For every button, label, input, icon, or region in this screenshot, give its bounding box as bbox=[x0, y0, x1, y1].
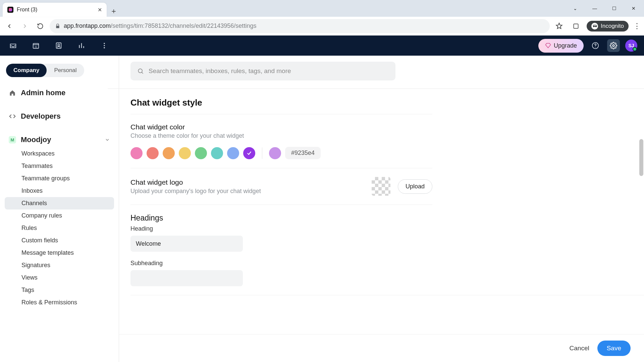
sidebar-item-views[interactable]: Views bbox=[5, 272, 114, 284]
save-button[interactable]: Save bbox=[597, 341, 631, 356]
new-tab-button[interactable]: ＋ bbox=[108, 5, 119, 17]
sidebar-item-message-templates[interactable]: Message templates bbox=[5, 247, 114, 259]
svg-point-11 bbox=[138, 69, 142, 73]
more-icon[interactable] bbox=[98, 39, 111, 52]
logo-preview bbox=[372, 177, 390, 196]
nav-developers[interactable]: Developers bbox=[5, 109, 114, 124]
search-placeholder: Search teammates, inboxes, rules, tags, … bbox=[149, 67, 291, 75]
window-minimize-icon[interactable]: ― bbox=[590, 6, 600, 11]
tabs-dropdown-icon[interactable]: ⌄ bbox=[570, 6, 580, 11]
svg-rect-0 bbox=[574, 24, 578, 28]
url-text: app.frontapp.com/settings/tim:7858132/ch… bbox=[64, 22, 256, 29]
color-subtitle: Choose a theme color for your chat widge… bbox=[130, 132, 432, 139]
sidebar-item-custom-fields[interactable]: Custom fields bbox=[5, 234, 114, 247]
content-scroll[interactable]: Chat widget style Chat widget color Choo… bbox=[119, 89, 644, 362]
extensions-icon[interactable] bbox=[570, 20, 582, 32]
diamond-icon bbox=[545, 43, 551, 49]
logo-subtitle: Upload your company's logo for your chat… bbox=[130, 188, 372, 195]
nav-back-button[interactable] bbox=[3, 20, 15, 32]
search-input[interactable]: Search teammates, inboxes, rules, tags, … bbox=[130, 62, 395, 80]
sidebar-item-inboxes[interactable]: Inboxes bbox=[5, 185, 114, 197]
nav-forward-button[interactable] bbox=[19, 20, 31, 32]
sidebar-item-teammates[interactable]: Teammates bbox=[5, 160, 114, 172]
upgrade-button[interactable]: Upgrade bbox=[538, 39, 584, 53]
window-close-icon[interactable]: ✕ bbox=[629, 6, 639, 11]
hex-input[interactable]: #9235e4 bbox=[285, 147, 321, 159]
color-title: Chat widget color bbox=[130, 123, 432, 131]
subheading-label: Subheading bbox=[130, 260, 432, 267]
scrollbar-thumb[interactable] bbox=[639, 139, 643, 176]
avatar[interactable]: SJ bbox=[625, 40, 637, 52]
svg-point-6 bbox=[104, 45, 105, 46]
help-icon[interactable] bbox=[589, 39, 602, 52]
color-swatch[interactable] bbox=[195, 147, 207, 159]
color-swatch[interactable] bbox=[211, 147, 223, 159]
tab-title: Front (3) bbox=[17, 7, 94, 13]
logo-section: Chat widget logo Upload your company's l… bbox=[130, 168, 432, 204]
inbox-icon[interactable] bbox=[7, 39, 19, 52]
cancel-button[interactable]: Cancel bbox=[570, 345, 589, 352]
logo-title: Chat widget logo bbox=[130, 178, 372, 186]
incognito-label: Incognito bbox=[601, 23, 624, 29]
color-swatch[interactable] bbox=[147, 147, 159, 159]
svg-point-10 bbox=[612, 45, 614, 47]
color-swatch[interactable] bbox=[243, 147, 255, 159]
footer-bar: Cancel Save bbox=[119, 334, 644, 362]
sidebar-item-company-rules[interactable]: Company rules bbox=[5, 209, 114, 222]
color-section: Chat widget color Choose a theme color f… bbox=[130, 114, 432, 168]
analytics-icon[interactable] bbox=[75, 39, 88, 52]
heading-input[interactable] bbox=[130, 236, 243, 252]
window-maximize-icon[interactable]: ☐ bbox=[609, 6, 619, 11]
nav-label: Admin home bbox=[21, 88, 65, 97]
org-badge-icon: M bbox=[9, 136, 16, 143]
toggle-personal[interactable]: Personal bbox=[47, 64, 84, 77]
color-swatch[interactable] bbox=[179, 147, 191, 159]
lock-icon bbox=[55, 23, 60, 29]
svg-point-7 bbox=[104, 47, 105, 49]
sidebar-item-rules[interactable]: Rules bbox=[5, 222, 114, 234]
nav-org[interactable]: M Moodjoy bbox=[5, 132, 114, 147]
incognito-icon: 🕶 bbox=[591, 23, 598, 29]
color-swatch[interactable] bbox=[130, 147, 143, 159]
upgrade-label: Upgrade bbox=[554, 42, 577, 49]
main-panel: Search teammates, inboxes, rules, tags, … bbox=[119, 56, 644, 362]
svg-point-9 bbox=[595, 47, 596, 48]
contacts-icon[interactable] bbox=[52, 39, 65, 52]
window-controls: ⌄ ― ☐ ✕ bbox=[570, 6, 641, 11]
settings-icon[interactable] bbox=[607, 39, 620, 52]
browser-tab[interactable]: Front (3) ✕ bbox=[3, 3, 107, 17]
nav-admin-home[interactable]: Admin home bbox=[5, 85, 114, 101]
headings-title: Headings bbox=[130, 214, 432, 223]
toggle-company[interactable]: Company bbox=[6, 64, 47, 77]
scope-toggle: Company Personal bbox=[6, 64, 84, 77]
sidebar-item-signatures[interactable]: Signatures bbox=[5, 259, 114, 272]
sidebar-item-roles-permissions[interactable]: Roles & Permissions bbox=[5, 296, 114, 309]
sidebar: Company Personal Admin home Developers M… bbox=[0, 56, 119, 362]
calendar-icon[interactable]: 31 bbox=[30, 39, 42, 52]
home-icon bbox=[9, 89, 16, 96]
subheading-input[interactable] bbox=[130, 270, 243, 286]
headings-section: Headings Heading Subheading bbox=[130, 205, 432, 295]
url-input[interactable]: app.frontapp.com/settings/tim:7858132/ch… bbox=[50, 19, 550, 33]
sidebar-item-channels[interactable]: Channels bbox=[5, 197, 114, 209]
upload-button[interactable]: Upload bbox=[398, 179, 432, 194]
nav-label: Developers bbox=[21, 112, 61, 121]
sidebar-item-workspaces[interactable]: Workspaces bbox=[5, 147, 114, 160]
chevron-down-icon bbox=[105, 137, 110, 142]
app-header: 31 Upgrade SJ bbox=[0, 36, 644, 56]
color-swatch[interactable] bbox=[163, 147, 175, 159]
svg-point-5 bbox=[104, 43, 105, 44]
tab-close-icon[interactable]: ✕ bbox=[98, 7, 102, 13]
heading-label: Heading bbox=[130, 225, 432, 232]
page-title: Chat widget style bbox=[130, 98, 633, 108]
incognito-badge[interactable]: 🕶 Incognito bbox=[587, 21, 629, 32]
sidebar-item-tags[interactable]: Tags bbox=[5, 284, 114, 296]
color-swatch-custom[interactable] bbox=[269, 147, 281, 159]
bookmark-star-icon[interactable] bbox=[553, 20, 565, 32]
search-icon bbox=[137, 68, 144, 74]
svg-text:31: 31 bbox=[35, 45, 37, 48]
color-swatch[interactable] bbox=[227, 147, 239, 159]
nav-reload-button[interactable] bbox=[34, 20, 46, 32]
sidebar-item-teammate-groups[interactable]: Teammate groups bbox=[5, 172, 114, 185]
browser-menu-icon[interactable]: ⋮ bbox=[633, 22, 641, 31]
